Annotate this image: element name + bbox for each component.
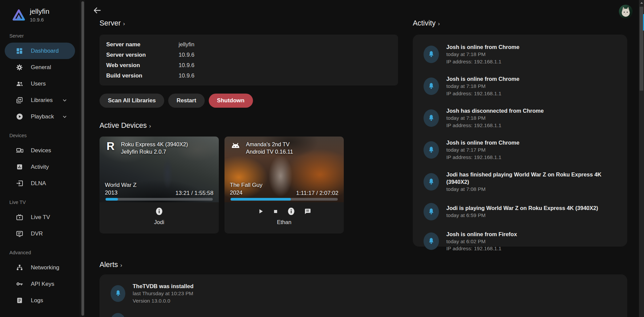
message-button[interactable] bbox=[304, 208, 311, 215]
back-button[interactable] bbox=[92, 6, 103, 16]
sidebar-item-label: DVR bbox=[31, 230, 43, 237]
device-name: Amanda's 2nd TV bbox=[246, 141, 293, 148]
sidebar-item-label: Playback bbox=[31, 113, 54, 120]
cat-avatar-image bbox=[619, 5, 633, 18]
server-info-row: Server version 10.9.6 bbox=[100, 50, 398, 60]
bell-icon bbox=[424, 173, 439, 191]
android-icon bbox=[229, 141, 242, 151]
media-title: World War Z bbox=[105, 181, 136, 189]
devices-icon bbox=[15, 147, 23, 155]
sidebar-item-dashboard[interactable]: Dashboard bbox=[5, 43, 75, 59]
sidebar-item-label: DLNA bbox=[31, 180, 46, 187]
chevron-down-icon bbox=[62, 114, 68, 120]
stop-button[interactable] bbox=[273, 209, 278, 214]
sidebar-item-playback[interactable]: Playback bbox=[5, 108, 75, 125]
roku-icon: R bbox=[104, 141, 117, 152]
play-circle-icon bbox=[15, 113, 23, 121]
user-avatar[interactable] bbox=[619, 5, 633, 18]
app-name: jellyfin bbox=[30, 7, 49, 15]
media-year: 2024 bbox=[230, 189, 262, 197]
alert-item: AniDB was installed bbox=[111, 313, 619, 317]
sidebar-item-devices[interactable]: Devices bbox=[5, 142, 75, 159]
sidebar-item-dvr[interactable]: DVR bbox=[5, 225, 75, 242]
scan-all-libraries-button[interactable]: Scan All Libraries bbox=[100, 94, 164, 108]
activity-heading[interactable]: Activity › bbox=[413, 19, 440, 28]
sidebar: jellyfin 10.9.6 Server Dashboard General… bbox=[0, 0, 80, 317]
activity-feed: Josh is online from Chrome today at 7:18… bbox=[413, 35, 627, 247]
scroll-up-icon[interactable] bbox=[640, 2, 643, 4]
bell-icon bbox=[424, 46, 439, 63]
server-section-heading[interactable]: Server › bbox=[100, 19, 125, 28]
live-tv-icon bbox=[15, 213, 23, 221]
logs-icon bbox=[15, 297, 23, 305]
device-card-android-tv[interactable]: Amanda's 2nd TV Android TV 0.16.11 The F… bbox=[224, 137, 344, 233]
server-info-row: Server name jellyfin bbox=[100, 39, 398, 50]
device-name: Roku Express 4K (3940X2) bbox=[121, 141, 188, 148]
media-title: The Fall Guy bbox=[230, 181, 262, 189]
sidebar-item-general[interactable]: General bbox=[5, 59, 75, 75]
alert-item: TheTVDB was installed last Thursday at 1… bbox=[111, 282, 619, 304]
play-button[interactable] bbox=[257, 208, 264, 215]
activity-item: Josh has disconnected from Chrome today … bbox=[424, 107, 619, 129]
sidebar-section-advanced: Advanced bbox=[9, 250, 80, 257]
info-button[interactable] bbox=[155, 207, 163, 216]
sidebar-item-label: Dashboard bbox=[31, 48, 59, 54]
sidebar-item-label: Users bbox=[31, 81, 46, 87]
sidebar-item-libraries[interactable]: Libraries bbox=[5, 92, 75, 108]
bell-icon bbox=[111, 313, 125, 317]
jellyfin-logo-icon bbox=[12, 8, 25, 22]
app-brand: jellyfin 10.9.6 bbox=[0, 0, 80, 22]
app-version: 10.9.6 bbox=[30, 17, 49, 22]
sidebar-item-label: Activity bbox=[31, 164, 49, 170]
sidebar-item-label: Libraries bbox=[31, 97, 53, 104]
sidebar-item-dlna[interactable]: DLNA bbox=[5, 175, 75, 192]
bell-icon bbox=[424, 77, 439, 95]
sidebar-item-logs[interactable]: Logs bbox=[5, 292, 75, 309]
sidebar-item-activity[interactable]: Activity bbox=[5, 159, 75, 175]
dlna-icon bbox=[15, 179, 23, 188]
chevron-right-icon: › bbox=[120, 262, 122, 269]
sidebar-scrollbar-thumb[interactable] bbox=[81, 1, 84, 316]
sidebar-item-label: Networking bbox=[31, 264, 59, 271]
sidebar-item-label: Logs bbox=[31, 297, 43, 304]
shutdown-button[interactable]: Shutdown bbox=[209, 94, 253, 108]
activity-item: Josh is online from Firefox today at 6:0… bbox=[424, 230, 619, 252]
server-info-row: Build version 10.9.6 bbox=[100, 70, 398, 81]
page-scrollbar[interactable] bbox=[639, 0, 644, 317]
gear-icon bbox=[15, 63, 23, 71]
server-info-card: Server name jellyfin Server version 10.9… bbox=[100, 35, 398, 86]
server-actions: Scan All Libraries Restart Shutdown bbox=[100, 94, 253, 108]
activity-item: Josh is online from Chrome today at 7:18… bbox=[424, 43, 619, 65]
media-year: 2013 bbox=[105, 189, 136, 197]
chevron-right-icon: › bbox=[149, 123, 151, 129]
alerts-heading[interactable]: Alerts › bbox=[100, 261, 122, 269]
sidebar-section-server: Server bbox=[9, 33, 80, 40]
bell-icon bbox=[424, 232, 439, 250]
sidebar-item-label: Live TV bbox=[31, 214, 50, 221]
sidebar-scrollbar[interactable] bbox=[80, 0, 85, 317]
device-card-roku[interactable]: R Roku Express 4K (3940X2) Jellyfin Roku… bbox=[100, 137, 219, 233]
sidebar-section-livetv: Live TV bbox=[9, 200, 80, 206]
playback-progress-fill bbox=[231, 198, 291, 201]
sidebar-item-api-keys[interactable]: API Keys bbox=[5, 276, 75, 292]
sidebar-section-devices: Devices bbox=[9, 133, 80, 140]
client-version: Jellyfin Roku 2.0.7 bbox=[121, 148, 188, 155]
activity-chart-icon bbox=[15, 163, 23, 171]
playback-time: 1:11:17 / 2:07:02 bbox=[296, 190, 338, 197]
activity-item: Josh is online from Chrome today at 7:17… bbox=[424, 139, 619, 161]
sidebar-item-networking[interactable]: Networking bbox=[5, 259, 75, 276]
bell-icon bbox=[424, 203, 439, 220]
activity-item: Jodi has finished playing World War Z on… bbox=[424, 171, 619, 193]
info-button[interactable] bbox=[287, 207, 295, 216]
playback-progress bbox=[106, 198, 213, 201]
alerts-list: TheTVDB was installed last Thursday at 1… bbox=[100, 274, 627, 317]
chevron-right-icon: › bbox=[123, 20, 125, 27]
library-icon bbox=[15, 96, 23, 104]
now-playing-backdrop: R Roku Express 4K (3940X2) Jellyfin Roku… bbox=[100, 137, 219, 202]
arrow-left-icon bbox=[92, 6, 102, 15]
sidebar-item-live-tv[interactable]: Live TV bbox=[5, 209, 75, 225]
restart-button[interactable]: Restart bbox=[168, 94, 205, 108]
key-icon bbox=[15, 280, 23, 288]
sidebar-item-users[interactable]: Users bbox=[5, 75, 75, 92]
active-devices-heading[interactable]: Active Devices › bbox=[100, 121, 151, 130]
